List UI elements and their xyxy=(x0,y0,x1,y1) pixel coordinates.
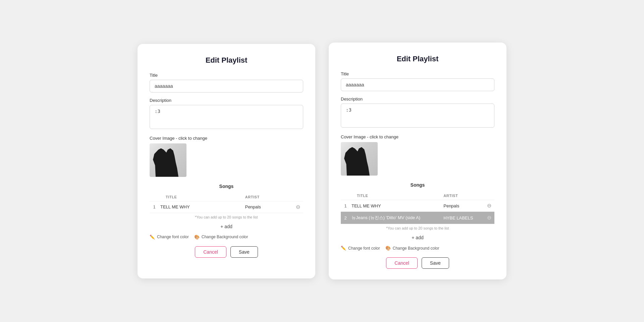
table-row: 1 TELL ME WHY Penpals ⊖ xyxy=(150,201,303,213)
panel2-col-num xyxy=(341,192,350,200)
panel1-title-input[interactable] xyxy=(150,80,303,92)
remove-song-button[interactable]: ⊖ xyxy=(294,204,302,210)
song-title: TELL ME WHY xyxy=(350,200,442,212)
palette-icon: 🎨 xyxy=(385,246,391,251)
panel2-col-action xyxy=(484,192,494,200)
panel2-cover-label: Cover Image - click to change xyxy=(341,134,494,139)
panel2-songs-note: *You can add up to 20 songs to the list xyxy=(341,226,494,230)
panel1-col-artist: ARTIST xyxy=(244,193,292,201)
panel1-cover-label: Cover Image - click to change xyxy=(150,136,303,141)
panel2-title-label: Title xyxy=(341,71,494,76)
panel2-col-title: TITLE xyxy=(350,192,442,200)
panel1-songs-note: *You can add up to 20 songs to the list xyxy=(150,215,303,219)
edit-playlist-panel-1: Edit Playlist Title Description :3 Cover… xyxy=(138,44,315,278)
pencil-icon: ✏️ xyxy=(150,235,155,240)
song-num: 2 xyxy=(341,212,350,224)
panel2-songs-table: TITLE ARTIST 1 TELL ME WHY Penpals ⊖ 2 뉴… xyxy=(341,192,494,224)
panel2-description-input[interactable]: :3 xyxy=(341,104,494,128)
panel1-col-title: TITLE xyxy=(159,193,244,201)
panel1-title: Edit Playlist xyxy=(150,56,303,65)
song-action[interactable]: ⊖ xyxy=(292,201,303,213)
panel1-description-input[interactable]: :3 xyxy=(150,105,303,129)
panel1-title-label: Title xyxy=(150,73,303,78)
panel1-songs-title: Songs xyxy=(150,184,303,189)
panel2-change-bg-color[interactable]: 🎨 Change Background color xyxy=(385,246,439,251)
song-title: TELL ME WHY xyxy=(159,201,244,213)
panel2-font-color-label: Change font color xyxy=(348,246,380,251)
panel1-description-label: Description xyxy=(150,98,303,103)
panel1-footer: Cancel Save xyxy=(150,246,303,258)
panel1-change-bg-color[interactable]: 🎨 Change Background color xyxy=(194,235,248,240)
remove-song-button[interactable]: ⊖ xyxy=(486,203,493,208)
panel1-col-num xyxy=(150,193,159,201)
panel1-font-color-label: Change font color xyxy=(157,235,189,239)
panel2-title-input[interactable] xyxy=(341,78,494,91)
panel1-color-controls: ✏️ Change font color 🎨 Change Background… xyxy=(150,235,303,240)
panel2-cancel-button[interactable]: Cancel xyxy=(386,257,418,269)
pencil-icon: ✏️ xyxy=(341,246,346,251)
song-action[interactable]: ⊖ xyxy=(484,212,494,224)
song-action[interactable]: ⊖ xyxy=(484,200,494,212)
panel1-change-font-color[interactable]: ✏️ Change font color xyxy=(150,235,189,240)
panel2-bg-color-label: Change Background color xyxy=(393,246,439,251)
table-row: 1 TELL ME WHY Penpals ⊖ xyxy=(341,200,494,212)
panel1-bg-color-label: Change Background color xyxy=(202,235,248,239)
song-artist: HYBE LABELS xyxy=(442,212,484,224)
remove-song-button-2[interactable]: ⊖ xyxy=(486,215,493,220)
panel1-save-button[interactable]: Save xyxy=(230,246,258,258)
panel2-title: Edit Playlist xyxy=(341,55,494,63)
table-row-highlighted: 2 뉴Jeans (뉴진스) 'Ditto' MV (side A) HYBE … xyxy=(341,212,494,224)
panel2-save-button[interactable]: Save xyxy=(422,257,449,269)
song-num: 1 xyxy=(341,200,350,212)
song-artist: Penpals xyxy=(442,200,484,212)
panel2-col-artist: ARTIST xyxy=(442,192,484,200)
panel2-cover-image[interactable] xyxy=(341,142,378,176)
panel2-add-button[interactable]: + add xyxy=(341,234,494,244)
panel1-cancel-button[interactable]: Cancel xyxy=(195,246,226,258)
panel1-cover-image[interactable] xyxy=(150,143,186,177)
panel2-footer: Cancel Save xyxy=(341,257,494,269)
song-num: 1 xyxy=(150,201,159,213)
palette-icon: 🎨 xyxy=(194,235,200,240)
panel1-add-button[interactable]: + add xyxy=(150,222,303,233)
song-title: 뉴Jeans (뉴진스) 'Ditto' MV (side A) xyxy=(350,212,442,224)
panel1-songs-table: TITLE ARTIST 1 TELL ME WHY Penpals ⊖ xyxy=(150,193,303,213)
panel2-change-font-color[interactable]: ✏️ Change font color xyxy=(341,246,380,251)
panel2-songs-title: Songs xyxy=(341,182,494,188)
song-artist: Penpals xyxy=(244,201,292,213)
panel2-description-label: Description xyxy=(341,96,494,102)
edit-playlist-panel-2: Edit Playlist Title Description :3 Cover… xyxy=(329,43,506,279)
panel2-color-controls: ✏️ Change font color 🎨 Change Background… xyxy=(341,246,494,251)
panel1-col-action xyxy=(292,193,303,201)
